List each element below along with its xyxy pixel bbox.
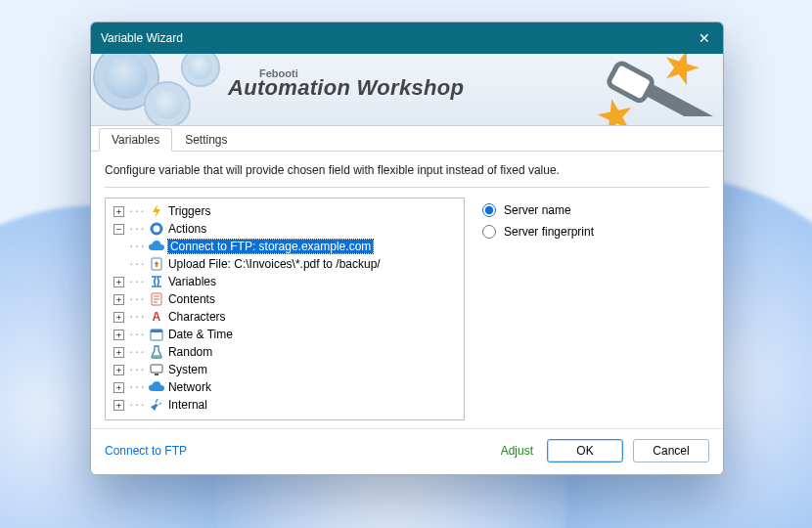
tabstrip: Variables Settings: [91, 126, 723, 152]
radio-input[interactable]: [482, 225, 496, 239]
description-text: Configure variable that will provide cho…: [105, 163, 709, 177]
svg-rect-11: [151, 365, 162, 373]
collapse-icon[interactable]: −: [113, 224, 124, 235]
svg-rect-1: [608, 62, 654, 103]
tree-label: Network: [168, 380, 211, 394]
tree-node-random[interactable]: +··· Random: [112, 343, 462, 361]
wrench-icon: [149, 398, 164, 412]
monitor-icon: [149, 363, 164, 376]
ok-button[interactable]: OK: [547, 439, 623, 462]
tree-node-triggers[interactable]: + ··· Triggers: [112, 202, 462, 220]
expand-icon[interactable]: +: [113, 277, 124, 287]
tab-variables[interactable]: Variables: [99, 128, 172, 152]
document-icon: [149, 292, 164, 306]
expand-icon[interactable]: +: [113, 365, 124, 375]
tree-node-variables[interactable]: +··· Variables: [112, 273, 462, 290]
tree-label: Date & Time: [168, 328, 233, 341]
adjust-link[interactable]: Adjust: [501, 444, 533, 458]
radio-label: Server fingerprint: [504, 225, 594, 239]
variable-icon: [149, 275, 164, 288]
tree-node-connect-ftp[interactable]: ··· Connect to FTP: storage.example.com: [112, 238, 462, 255]
cloud-icon: [149, 380, 164, 394]
context-link[interactable]: Connect to FTP: [105, 444, 187, 458]
tree-node-system[interactable]: +··· System: [112, 361, 462, 378]
expand-icon[interactable]: +: [113, 400, 124, 411]
file-up-icon: [149, 257, 164, 271]
expand-icon[interactable]: +: [113, 294, 124, 305]
tree-label: Characters: [168, 310, 226, 324]
expand-icon[interactable]: +: [113, 312, 124, 323]
window-title: Variable Wizard: [101, 31, 183, 45]
tree-node-characters[interactable]: +··· A Characters: [112, 308, 462, 326]
content-area: Configure variable that will provide cho…: [91, 152, 723, 428]
svg-point-3: [155, 228, 158, 231]
gear-icon: [146, 83, 189, 126]
radio-input[interactable]: [482, 203, 496, 217]
radio-server-fingerprint[interactable]: Server fingerprint: [482, 221, 709, 242]
expand-icon[interactable]: +: [113, 347, 124, 358]
tree-node-upload-file[interactable]: ··· Upload File: C:\Invoices\*.pdf to /b…: [112, 255, 462, 273]
tree-label: Contents: [168, 292, 215, 306]
radio-server-name[interactable]: Server name: [482, 199, 709, 221]
letter-icon: A: [149, 310, 164, 324]
tree-label: Actions: [168, 222, 206, 236]
tree-node-internal[interactable]: +··· Internal: [112, 396, 462, 414]
banner: ★ ★ Febooti Automation Workshop: [91, 54, 723, 126]
tree-node-date-time[interactable]: +··· Date & Time: [112, 326, 462, 343]
close-icon[interactable]: ✕: [696, 30, 713, 46]
tree-node-actions[interactable]: − ··· Actions: [112, 220, 462, 238]
tree-label: Random: [168, 345, 212, 359]
tree-label: System: [168, 363, 207, 376]
titlebar[interactable]: Variable Wizard ✕: [91, 22, 723, 54]
tree-label: Variables: [168, 275, 216, 288]
svg-rect-12: [155, 374, 158, 375]
gear-icon: [183, 54, 218, 85]
flask-icon: [149, 345, 164, 359]
wand-icon: [586, 58, 713, 116]
brand-title: Automation Workshop: [228, 75, 464, 101]
svg-rect-10: [151, 330, 162, 332]
variable-tree[interactable]: + ··· Triggers − ··· Actions: [105, 198, 465, 420]
expand-icon[interactable]: +: [113, 382, 124, 393]
dialog-window: Variable Wizard ✕ ★ ★ Febooti Automation…: [90, 22, 724, 475]
calendar-icon: [149, 328, 164, 341]
radio-label: Server name: [504, 203, 571, 217]
divider: [105, 187, 709, 188]
tab-settings[interactable]: Settings: [172, 128, 240, 151]
dialog-footer: Connect to FTP Adjust OK Cancel: [91, 428, 723, 474]
cloud-icon: [149, 240, 164, 253]
tree-label-selected: Connect to FTP: storage.example.com: [168, 240, 373, 253]
tree-label: Triggers: [168, 204, 211, 218]
brand: Febooti Automation Workshop: [228, 67, 464, 101]
cancel-button[interactable]: Cancel: [633, 439, 709, 462]
tree-label: Internal: [168, 398, 207, 412]
bolt-icon: [149, 204, 164, 218]
expand-icon[interactable]: +: [113, 330, 124, 340]
gear-small-icon: [149, 222, 164, 236]
tree-node-contents[interactable]: +··· Contents: [112, 290, 462, 308]
tree-node-network[interactable]: +··· Network: [112, 378, 462, 396]
expand-icon[interactable]: +: [113, 206, 124, 217]
tree-label: Upload File: C:\Invoices\*.pdf to /backu…: [168, 257, 381, 271]
radio-group: Server name Server fingerprint: [482, 198, 709, 420]
